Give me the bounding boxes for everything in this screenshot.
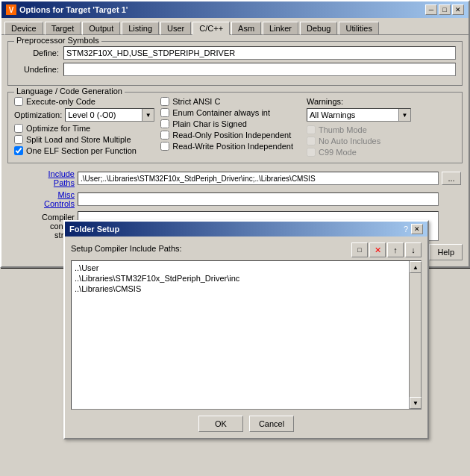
maximize-button[interactable]: □ [439,4,451,15]
one-elf-checkbox[interactable] [14,146,23,155]
scroll-track [410,273,421,397]
folder-new-button[interactable]: □ [351,242,368,257]
dialog-close-button[interactable]: ✕ [411,224,423,234]
dialog-content: Setup Compiler Include Paths: □ ✕ ↑ ↓ ..… [65,237,427,438]
tab-debug[interactable]: Debug [300,22,337,35]
dialog-cancel-button[interactable]: Cancel [249,416,294,432]
c99-mode-row: C99 Mode [307,148,456,157]
read-only-row: Read-Only Position Independent [160,131,301,140]
optimize-time-checkbox[interactable] [14,124,23,133]
close-button[interactable]: ✕ [452,4,464,15]
optimization-dropdown-arrow[interactable]: ▼ [142,109,154,121]
help-button[interactable]: Help [429,244,463,260]
read-write-checkbox[interactable] [160,142,169,151]
execute-only-checkbox[interactable] [14,97,23,106]
thumb-mode-row: Thumb Mode [307,125,456,134]
c99-mode-checkbox[interactable] [307,148,316,157]
dialog-ok-button[interactable]: OK [198,416,243,432]
folder-up-button[interactable]: ↑ [387,242,404,257]
enum-container-label: Enum Container always int [172,108,270,117]
enum-container-row: Enum Container always int [160,108,301,117]
misc-controls-row: MiscControls [7,190,463,208]
execute-only-row: Execute-only Code [14,97,154,106]
title-bar-left: V Options for Target 'Target 1' [6,4,128,15]
optimization-value: Level 0 (-O0) [66,110,142,119]
folder-delete-button[interactable]: ✕ [369,242,386,257]
warnings-select-wrapper: All Warnings ▼ [307,108,411,122]
tab-output[interactable]: Output [82,22,120,35]
folder-list: ..\User ..\Libraries\STM32F10x_StdPeriph… [72,261,409,409]
tabs-bar: Device Target Output Listing User C/C++ … [1,18,469,35]
language-title: Language / Code Generation [14,87,125,95]
folder-item-1[interactable]: ..\Libraries\STM32F10x_StdPeriph_Driver\… [75,273,406,284]
misc-controls-input[interactable] [78,192,439,206]
optimization-label: Optimization: [14,110,62,119]
warnings-label: Warnings: [307,97,456,106]
tab-target[interactable]: Target [45,22,81,35]
read-only-checkbox[interactable] [160,131,169,140]
folder-list-scrollbar: ▲ ▼ [409,261,421,409]
dialog-buttons: OK Cancel [71,416,422,432]
tab-listing[interactable]: Listing [122,22,159,35]
c99-mode-label: C99 Mode [319,148,357,157]
include-paths-label-group: IncludePaths [7,169,75,187]
read-only-label: Read-Only Position Independent [172,131,291,140]
minimize-button[interactable]: ─ [425,4,437,15]
plain-char-row: Plain Char is Signed [160,119,301,128]
dialog-title-controls: ? ✕ [404,224,423,234]
title-controls: ─ □ ✕ [425,4,464,15]
optimization-select-wrapper: Level 0 (-O0) ▼ [65,108,154,122]
folder-toolbar: □ ✕ ↑ ↓ [351,242,422,257]
undefine-input[interactable] [63,63,456,76]
one-elf-label: One ELF Section per Function [26,146,137,155]
define-input[interactable] [63,46,456,60]
read-write-label: Read-Write Position Independent [172,142,293,151]
thumb-mode-checkbox[interactable] [307,125,316,134]
undefine-row: Undefine: [14,63,456,76]
misc-controls-link[interactable]: MiscControls [7,190,75,208]
split-load-label: Split Load and Store Multiple [26,135,131,144]
split-load-checkbox[interactable] [14,135,23,144]
dialog-header-row: Setup Compiler Include Paths: □ ✕ ↑ ↓ [71,242,422,257]
scroll-up-button[interactable]: ▲ [410,261,422,273]
tab-device[interactable]: Device [4,22,43,35]
split-load-row: Split Load and Store Multiple [14,135,154,144]
include-paths-row: IncludePaths ... [7,169,463,187]
define-label: Define: [14,48,59,57]
tab-user[interactable]: User [160,22,191,35]
language-group: Language / Code Generation Execute-only … [7,92,463,163]
include-paths-link[interactable]: IncludePaths [7,169,75,187]
scroll-down-button[interactable]: ▼ [410,397,422,409]
optimization-row: Optimization: Level 0 (-O0) ▼ [14,108,154,122]
optimize-time-label: Optimize for Time [26,124,90,133]
plain-char-checkbox[interactable] [160,119,169,128]
dialog-help-icon[interactable]: ? [404,225,408,234]
strict-ansi-checkbox[interactable] [160,97,169,106]
tab-asm[interactable]: Asm [231,22,261,35]
no-auto-includes-label: No Auto Includes [319,137,380,145]
app-icon: V [6,4,16,15]
window-title: Options for Target 'Target 1' [19,5,128,14]
include-paths-input[interactable] [78,172,439,185]
folder-item-0[interactable]: ..\User [75,263,406,273]
no-auto-includes-checkbox[interactable] [307,137,316,145]
plain-char-label: Plain Char is Signed [172,119,247,128]
warnings-dropdown-arrow[interactable]: ▼ [398,109,410,121]
include-paths-browse-button[interactable]: ... [442,172,461,185]
no-auto-includes-row: No Auto Includes [307,137,456,145]
folder-list-wrapper: ..\User ..\Libraries\STM32F10x_StdPeriph… [71,260,422,410]
read-write-row: Read-Write Position Independent [160,142,301,151]
thumb-mode-label: Thumb Mode [319,125,367,134]
undefine-label: Undefine: [14,65,59,74]
define-row: Define: [14,46,456,60]
folder-item-2[interactable]: ..\Libraries\CMSIS [75,284,406,294]
tab-utilities[interactable]: Utilities [339,22,378,35]
tab-cc[interactable]: C/C++ [192,22,230,35]
folder-down-button[interactable]: ↓ [405,242,422,257]
enum-container-checkbox[interactable] [160,108,169,117]
preprocessor-group: Preprocessor Symbols Define: Undefine: [7,41,463,86]
tab-linker[interactable]: Linker [263,22,298,35]
dialog-title-bar: Folder Setup ? ✕ [65,222,427,237]
dialog-title: Folder Setup [69,225,119,234]
one-elf-row: One ELF Section per Function [14,146,154,155]
